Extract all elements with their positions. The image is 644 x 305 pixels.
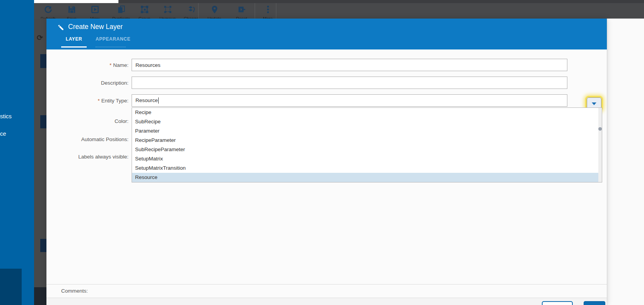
toolbar-button-update[interactable]: Update <box>202 5 226 19</box>
entity-type-label: *Entity Type: <box>50 98 128 104</box>
background-panel-strip: ⟳ <box>34 19 46 305</box>
update-icon <box>210 9 219 15</box>
background-list-item <box>40 54 46 68</box>
color-label: Color: <box>50 118 128 124</box>
description-label: Description: <box>50 80 128 86</box>
name-input[interactable] <box>132 59 567 71</box>
toolbar: Refresh Save View Duplicate Group Ungrou… <box>34 3 644 19</box>
left-sidebar: stics ce <box>0 0 34 305</box>
pencil-icon <box>57 24 64 31</box>
create-new-layer-dialog: Create New Layer LAYER APPEARANCE *Name:… <box>46 19 607 305</box>
entity-type-option[interactable]: RecipeParameter <box>132 136 602 145</box>
top-dark-strip <box>118 0 644 3</box>
toolbar-button-view[interactable]: View <box>83 5 107 19</box>
background-list-item <box>40 115 46 128</box>
entity-type-option[interactable]: SetupMatrix <box>132 154 602 164</box>
right-gutter <box>607 19 644 305</box>
background-bottom-block <box>34 287 46 305</box>
description-input[interactable] <box>132 77 567 89</box>
entity-type-input[interactable]: Resource <box>132 94 567 107</box>
more-icon <box>264 9 272 15</box>
toolbar-separator <box>198 3 199 19</box>
active-tab-underline <box>61 46 87 48</box>
entity-type-option[interactable]: SetupMatrixTransition <box>132 164 602 173</box>
labels-always-visible-label: Labels always visible: <box>50 154 128 160</box>
inactive-tab-underline <box>96 47 126 47</box>
entity-type-option[interactable]: Recipe <box>132 108 602 117</box>
name-label: *Name: <box>50 62 128 68</box>
toolbar-separator <box>276 3 276 19</box>
toolbar-button-group[interactable]: Group <box>132 5 156 19</box>
reset-icon <box>237 9 246 15</box>
entity-type-option[interactable]: SubRecipeParameter <box>132 145 602 154</box>
divider <box>46 284 607 285</box>
background-list-item <box>40 239 46 252</box>
dialog-footer <box>46 298 607 305</box>
tab-layer[interactable]: LAYER <box>61 36 87 42</box>
chevron-down-icon <box>592 102 596 105</box>
top-tab-strip <box>34 0 118 3</box>
entity-type-dropdown: RecipeSubRecipeParameterRecipeParameterS… <box>132 107 602 182</box>
save-icon <box>67 9 76 15</box>
cancel-button[interactable] <box>542 301 573 305</box>
automatic-positions-label: Automatic Positions: <box>50 136 128 142</box>
toolbar-button-refresh[interactable]: Refresh <box>36 5 60 19</box>
required-asterisk: * <box>110 62 111 68</box>
sidebar-item-label[interactable]: ce <box>0 130 6 137</box>
group-icon <box>140 9 149 15</box>
tab-label: APPEARANCE <box>96 36 130 42</box>
entity-type-option[interactable]: Resource <box>132 173 602 182</box>
toolbar-button-reset[interactable]: Reset <box>230 5 253 19</box>
ok-button[interactable] <box>584 301 605 305</box>
duplicate-icon <box>117 9 126 15</box>
entity-type-option[interactable]: Parameter <box>132 126 602 136</box>
app-window: Refresh Save View Duplicate Group Ungrou… <box>0 0 644 305</box>
view-icon <box>91 9 99 15</box>
comments-label: Comments: <box>61 288 88 294</box>
change-icon <box>187 9 196 15</box>
entity-type-value: Resource <box>135 97 158 103</box>
sidebar-item-label[interactable]: stics <box>0 113 12 119</box>
tab-label: LAYER <box>66 36 82 42</box>
scrollbar-thumb[interactable] <box>598 127 602 131</box>
toolbar-separator <box>255 3 255 19</box>
required-asterisk: * <box>98 98 99 104</box>
toolbar-button-ungroup[interactable]: Ungroup <box>156 5 180 19</box>
ungroup-icon <box>163 9 172 15</box>
entity-type-option[interactable]: SubRecipe <box>132 117 602 126</box>
toolbar-button-save[interactable]: Save <box>60 5 84 19</box>
dropdown-scrollbar[interactable] <box>598 108 602 182</box>
refresh-icon: ⟳ <box>37 33 43 42</box>
refresh-icon <box>44 9 53 15</box>
tab-appearance[interactable]: APPEARANCE <box>96 36 126 42</box>
sidebar-bottom-block <box>0 269 22 305</box>
toolbar-button-duplicate[interactable]: Duplicate <box>109 5 133 19</box>
dialog-header: Create New Layer LAYER APPEARANCE <box>46 19 607 49</box>
text-caret <box>158 97 159 104</box>
dialog-title: Create New Layer <box>68 23 123 31</box>
toolbar-button-change[interactable]: Change <box>179 5 203 19</box>
